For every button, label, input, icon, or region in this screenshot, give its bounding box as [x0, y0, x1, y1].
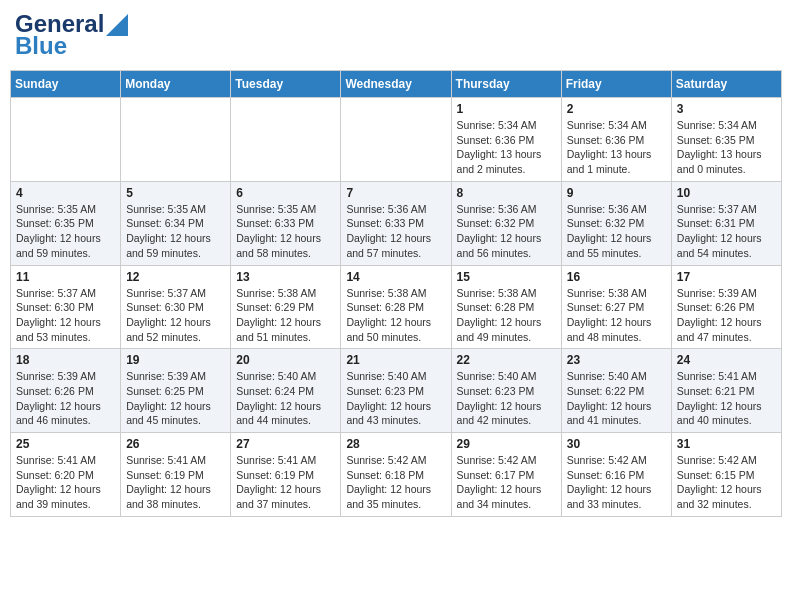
day-number: 6: [236, 186, 335, 200]
day-info: Sunrise: 5:36 AM Sunset: 6:32 PM Dayligh…: [567, 202, 666, 261]
day-number: 2: [567, 102, 666, 116]
day-info: Sunrise: 5:37 AM Sunset: 6:30 PM Dayligh…: [126, 286, 225, 345]
day-info: Sunrise: 5:37 AM Sunset: 6:30 PM Dayligh…: [16, 286, 115, 345]
day-info: Sunrise: 5:38 AM Sunset: 6:28 PM Dayligh…: [457, 286, 556, 345]
day-info: Sunrise: 5:40 AM Sunset: 6:23 PM Dayligh…: [346, 369, 445, 428]
day-number: 4: [16, 186, 115, 200]
calendar-cell: 13Sunrise: 5:38 AM Sunset: 6:29 PM Dayli…: [231, 265, 341, 349]
calendar-cell: 9Sunrise: 5:36 AM Sunset: 6:32 PM Daylig…: [561, 181, 671, 265]
day-number: 9: [567, 186, 666, 200]
day-number: 15: [457, 270, 556, 284]
day-number: 8: [457, 186, 556, 200]
day-number: 5: [126, 186, 225, 200]
day-number: 13: [236, 270, 335, 284]
day-number: 28: [346, 437, 445, 451]
calendar-cell: 12Sunrise: 5:37 AM Sunset: 6:30 PM Dayli…: [121, 265, 231, 349]
day-info: Sunrise: 5:40 AM Sunset: 6:24 PM Dayligh…: [236, 369, 335, 428]
logo-icon: [106, 14, 128, 36]
day-info: Sunrise: 5:41 AM Sunset: 6:19 PM Dayligh…: [126, 453, 225, 512]
day-number: 25: [16, 437, 115, 451]
calendar-cell: 6Sunrise: 5:35 AM Sunset: 6:33 PM Daylig…: [231, 181, 341, 265]
calendar-cell: [231, 98, 341, 182]
calendar-cell: 22Sunrise: 5:40 AM Sunset: 6:23 PM Dayli…: [451, 349, 561, 433]
day-number: 3: [677, 102, 776, 116]
day-info: Sunrise: 5:34 AM Sunset: 6:36 PM Dayligh…: [457, 118, 556, 177]
calendar-cell: 17Sunrise: 5:39 AM Sunset: 6:26 PM Dayli…: [671, 265, 781, 349]
day-number: 22: [457, 353, 556, 367]
calendar-cell: 11Sunrise: 5:37 AM Sunset: 6:30 PM Dayli…: [11, 265, 121, 349]
day-info: Sunrise: 5:34 AM Sunset: 6:35 PM Dayligh…: [677, 118, 776, 177]
logo-blue: Blue: [15, 32, 67, 60]
calendar-cell: [121, 98, 231, 182]
page-header: General Blue: [10, 10, 782, 60]
day-info: Sunrise: 5:38 AM Sunset: 6:27 PM Dayligh…: [567, 286, 666, 345]
day-number: 23: [567, 353, 666, 367]
calendar-cell: 31Sunrise: 5:42 AM Sunset: 6:15 PM Dayli…: [671, 433, 781, 517]
calendar-cell: 15Sunrise: 5:38 AM Sunset: 6:28 PM Dayli…: [451, 265, 561, 349]
calendar-body: 1Sunrise: 5:34 AM Sunset: 6:36 PM Daylig…: [11, 98, 782, 517]
day-info: Sunrise: 5:40 AM Sunset: 6:23 PM Dayligh…: [457, 369, 556, 428]
day-info: Sunrise: 5:41 AM Sunset: 6:20 PM Dayligh…: [16, 453, 115, 512]
calendar-cell: 8Sunrise: 5:36 AM Sunset: 6:32 PM Daylig…: [451, 181, 561, 265]
weekday-header-sunday: Sunday: [11, 71, 121, 98]
day-info: Sunrise: 5:42 AM Sunset: 6:16 PM Dayligh…: [567, 453, 666, 512]
weekday-header-thursday: Thursday: [451, 71, 561, 98]
calendar-cell: 3Sunrise: 5:34 AM Sunset: 6:35 PM Daylig…: [671, 98, 781, 182]
day-number: 17: [677, 270, 776, 284]
day-number: 21: [346, 353, 445, 367]
weekday-header-tuesday: Tuesday: [231, 71, 341, 98]
calendar-cell: 26Sunrise: 5:41 AM Sunset: 6:19 PM Dayli…: [121, 433, 231, 517]
calendar-cell: 10Sunrise: 5:37 AM Sunset: 6:31 PM Dayli…: [671, 181, 781, 265]
calendar-cell: 20Sunrise: 5:40 AM Sunset: 6:24 PM Dayli…: [231, 349, 341, 433]
calendar-cell: 5Sunrise: 5:35 AM Sunset: 6:34 PM Daylig…: [121, 181, 231, 265]
day-number: 14: [346, 270, 445, 284]
day-info: Sunrise: 5:42 AM Sunset: 6:18 PM Dayligh…: [346, 453, 445, 512]
day-info: Sunrise: 5:39 AM Sunset: 6:26 PM Dayligh…: [16, 369, 115, 428]
calendar-cell: 25Sunrise: 5:41 AM Sunset: 6:20 PM Dayli…: [11, 433, 121, 517]
day-number: 20: [236, 353, 335, 367]
day-number: 10: [677, 186, 776, 200]
calendar-table: SundayMondayTuesdayWednesdayThursdayFrid…: [10, 70, 782, 517]
weekday-header-wednesday: Wednesday: [341, 71, 451, 98]
calendar-cell: 28Sunrise: 5:42 AM Sunset: 6:18 PM Dayli…: [341, 433, 451, 517]
calendar-cell: 19Sunrise: 5:39 AM Sunset: 6:25 PM Dayli…: [121, 349, 231, 433]
day-number: 19: [126, 353, 225, 367]
svg-marker-0: [106, 14, 128, 36]
day-number: 24: [677, 353, 776, 367]
calendar-cell: 16Sunrise: 5:38 AM Sunset: 6:27 PM Dayli…: [561, 265, 671, 349]
day-info: Sunrise: 5:34 AM Sunset: 6:36 PM Dayligh…: [567, 118, 666, 177]
day-number: 11: [16, 270, 115, 284]
calendar-week-3: 11Sunrise: 5:37 AM Sunset: 6:30 PM Dayli…: [11, 265, 782, 349]
weekday-header-row: SundayMondayTuesdayWednesdayThursdayFrid…: [11, 71, 782, 98]
day-info: Sunrise: 5:38 AM Sunset: 6:28 PM Dayligh…: [346, 286, 445, 345]
calendar-cell: 21Sunrise: 5:40 AM Sunset: 6:23 PM Dayli…: [341, 349, 451, 433]
day-info: Sunrise: 5:41 AM Sunset: 6:21 PM Dayligh…: [677, 369, 776, 428]
day-info: Sunrise: 5:37 AM Sunset: 6:31 PM Dayligh…: [677, 202, 776, 261]
day-info: Sunrise: 5:35 AM Sunset: 6:35 PM Dayligh…: [16, 202, 115, 261]
day-number: 31: [677, 437, 776, 451]
day-info: Sunrise: 5:36 AM Sunset: 6:33 PM Dayligh…: [346, 202, 445, 261]
calendar-week-2: 4Sunrise: 5:35 AM Sunset: 6:35 PM Daylig…: [11, 181, 782, 265]
day-info: Sunrise: 5:41 AM Sunset: 6:19 PM Dayligh…: [236, 453, 335, 512]
day-info: Sunrise: 5:38 AM Sunset: 6:29 PM Dayligh…: [236, 286, 335, 345]
day-number: 16: [567, 270, 666, 284]
weekday-header-saturday: Saturday: [671, 71, 781, 98]
day-info: Sunrise: 5:40 AM Sunset: 6:22 PM Dayligh…: [567, 369, 666, 428]
calendar-cell: 1Sunrise: 5:34 AM Sunset: 6:36 PM Daylig…: [451, 98, 561, 182]
calendar-cell: 7Sunrise: 5:36 AM Sunset: 6:33 PM Daylig…: [341, 181, 451, 265]
calendar-cell: 14Sunrise: 5:38 AM Sunset: 6:28 PM Dayli…: [341, 265, 451, 349]
day-number: 30: [567, 437, 666, 451]
day-info: Sunrise: 5:39 AM Sunset: 6:26 PM Dayligh…: [677, 286, 776, 345]
calendar-cell: 29Sunrise: 5:42 AM Sunset: 6:17 PM Dayli…: [451, 433, 561, 517]
day-info: Sunrise: 5:39 AM Sunset: 6:25 PM Dayligh…: [126, 369, 225, 428]
day-info: Sunrise: 5:42 AM Sunset: 6:17 PM Dayligh…: [457, 453, 556, 512]
calendar-cell: 18Sunrise: 5:39 AM Sunset: 6:26 PM Dayli…: [11, 349, 121, 433]
calendar-cell: 2Sunrise: 5:34 AM Sunset: 6:36 PM Daylig…: [561, 98, 671, 182]
calendar-week-4: 18Sunrise: 5:39 AM Sunset: 6:26 PM Dayli…: [11, 349, 782, 433]
day-number: 29: [457, 437, 556, 451]
calendar-cell: 30Sunrise: 5:42 AM Sunset: 6:16 PM Dayli…: [561, 433, 671, 517]
calendar-cell: 27Sunrise: 5:41 AM Sunset: 6:19 PM Dayli…: [231, 433, 341, 517]
calendar-header: SundayMondayTuesdayWednesdayThursdayFrid…: [11, 71, 782, 98]
day-info: Sunrise: 5:42 AM Sunset: 6:15 PM Dayligh…: [677, 453, 776, 512]
day-number: 12: [126, 270, 225, 284]
